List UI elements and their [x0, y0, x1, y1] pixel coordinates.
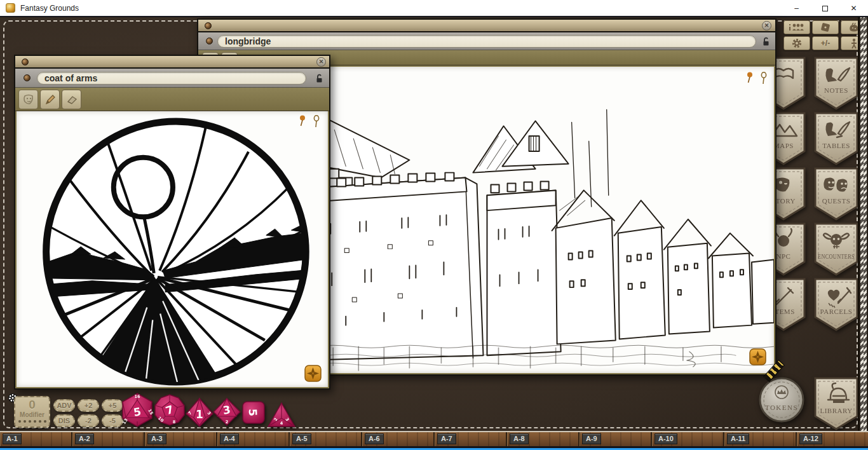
maximize-button[interactable]: [811, 0, 839, 17]
coat-of-arms-emblem: [17, 111, 328, 387]
hotkey-tab[interactable]: A-12: [796, 432, 868, 446]
adv-button[interactable]: ADV: [53, 399, 75, 412]
hotkey-tab-bar: A-1 A-2 A-3 A-4 A-5 A-6 A-7 A-8 A-9 A-10…: [0, 431, 868, 446]
svg-text:TABLES: TABLES: [822, 142, 850, 149]
erase-tool-button[interactable]: [62, 90, 81, 109]
pin-icon[interactable]: [746, 72, 754, 83]
eraser-icon: [65, 93, 78, 106]
die-d20[interactable]: 5 16 15 13: [119, 392, 155, 428]
tab-label: A-9: [582, 433, 601, 444]
image-window-coat-of-arms: ✕ coat of arms: [14, 55, 330, 390]
tab-label: A-5: [292, 433, 311, 444]
tab-label: A-6: [365, 433, 384, 444]
hotkey-tab[interactable]: A-1: [0, 432, 71, 446]
svg-text:ENCOUNTERS: ENCOUNTERS: [818, 252, 855, 260]
coat-close-button[interactable]: ✕: [316, 57, 326, 67]
window-controls: – ✕: [782, 0, 868, 17]
pan-control-button[interactable]: [749, 348, 766, 365]
os-titlebar[interactable]: Fantasy Grounds – ✕: [0, 0, 868, 17]
minus2-button[interactable]: -2: [78, 414, 99, 427]
svg-text:PARCELS: PARCELS: [820, 308, 853, 315]
hotkey-tab[interactable]: A-10: [651, 432, 723, 446]
hotkey-tab[interactable]: A-9: [578, 432, 651, 446]
svg-text:NOTES: NOTES: [824, 86, 848, 94]
modifier-dots: [15, 420, 49, 423]
tab-label: A-8: [510, 433, 529, 444]
modifier-label: Modifier: [15, 412, 49, 418]
tab-label: A-11: [727, 433, 749, 444]
hotkey-tab[interactable]: A-4: [216, 432, 288, 446]
tab-label: A-1: [3, 433, 22, 444]
leather-edge-braid: [858, 17, 868, 431]
svg-text:8: 8: [173, 419, 176, 425]
longbridge-namebar: longbridge: [198, 32, 775, 50]
svg-text:NPC: NPC: [776, 252, 791, 260]
close-button[interactable]: ✕: [839, 0, 868, 17]
magnifier-icon[interactable]: [760, 72, 768, 85]
unlocked-padlock-icon[interactable]: [315, 73, 323, 83]
tab-label: A-10: [654, 433, 677, 444]
longbridge-name-field[interactable]: longbridge: [217, 35, 756, 48]
longbridge-close-button[interactable]: ✕: [762, 21, 771, 31]
svg-text:QUESTS: QUESTS: [822, 197, 851, 205]
rivet-icon: [205, 22, 212, 29]
svg-text:16: 16: [134, 394, 140, 399]
options-button[interactable]: [783, 36, 810, 50]
tab-label: A-12: [799, 433, 822, 444]
pencil-icon: [44, 93, 57, 106]
die-d6[interactable]: 5: [241, 400, 266, 425]
coat-name-field[interactable]: coat of arms: [37, 72, 306, 85]
mask-tool-button[interactable]: [18, 90, 38, 109]
sidebar-pennant-parcels[interactable]: PARCELS: [814, 278, 858, 331]
sidebar-pennant-library[interactable]: LIBRARY: [814, 377, 858, 430]
die-d4[interactable]: 4 2 3: [267, 402, 296, 428]
dis-button[interactable]: DIS: [53, 414, 75, 427]
pan-control-button[interactable]: [304, 365, 322, 382]
die-d10[interactable]: 1 7 3: [184, 397, 215, 428]
plus-minus-label: +/-: [821, 39, 830, 48]
coat-canvas[interactable]: [17, 111, 328, 387]
longbridge-titlebar[interactable]: ✕: [198, 20, 775, 32]
modifier-box[interactable]: 0 Modifier: [14, 396, 50, 428]
die-d8[interactable]: 3 2: [212, 397, 241, 426]
modifier-value: 0: [15, 398, 49, 412]
hotkey-tab[interactable]: A-5: [288, 432, 361, 446]
sidebar-pennant-quests[interactable]: QUESTS: [814, 167, 858, 221]
gear-icon: [791, 38, 803, 49]
dice-tower-button[interactable]: [812, 20, 839, 34]
tab-label: A-3: [147, 433, 166, 444]
svg-text:TOKENS: TOKENS: [765, 404, 798, 411]
coat-titlebar[interactable]: ✕: [15, 56, 329, 69]
hotkey-tab[interactable]: A-7: [433, 432, 506, 446]
sidebar-pennant-notes[interactable]: NOTES: [814, 57, 858, 110]
unlocked-padlock-icon[interactable]: [762, 36, 770, 46]
modifiers-button[interactable]: +/-: [812, 36, 839, 50]
tokens-bag-button[interactable]: TOKENS: [759, 376, 804, 424]
magnifier-icon[interactable]: [313, 115, 320, 128]
rivet-icon: [206, 38, 213, 44]
minimize-button[interactable]: –: [782, 0, 811, 17]
mask-tool-icon: [22, 93, 35, 106]
tab-label: A-2: [75, 433, 94, 444]
hotkey-tab[interactable]: A-2: [71, 432, 144, 446]
svg-text:4: 4: [280, 421, 283, 426]
plus2-button[interactable]: +2: [78, 399, 99, 412]
hotkey-tab[interactable]: A-11: [723, 432, 796, 446]
die-d12[interactable]: 7 10 8: [154, 394, 186, 426]
app-logo-icon: [6, 3, 15, 13]
sidebar-pennant-tables[interactable]: TABLES: [814, 112, 858, 165]
hotkey-tab[interactable]: A-8: [506, 432, 578, 446]
party-sheet-button[interactable]: [783, 20, 810, 34]
app-title: Fantasy Grounds: [20, 4, 79, 13]
maximize-icon: [822, 6, 828, 11]
pin-icon[interactable]: [299, 115, 306, 126]
coat-toolbar: [15, 88, 329, 111]
hotkey-tab[interactable]: A-3: [144, 432, 216, 446]
hotkey-tab[interactable]: A-6: [361, 432, 433, 446]
sidebar-pennant-encounters[interactable]: ENCOUNTERS: [814, 222, 858, 276]
coat-namebar: coat of arms: [15, 69, 329, 88]
die-icon: [819, 22, 832, 32]
draw-tool-button[interactable]: [40, 90, 60, 109]
svg-text:LIBRARY: LIBRARY: [820, 407, 852, 414]
rivet-icon: [22, 58, 29, 65]
